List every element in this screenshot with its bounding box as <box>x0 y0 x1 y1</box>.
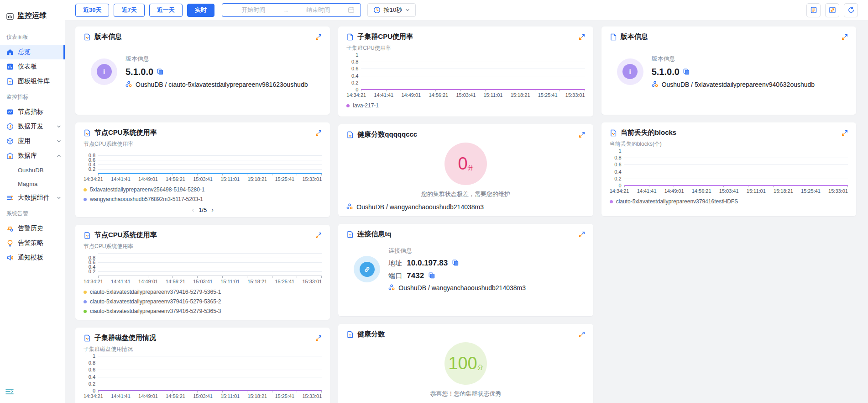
copy-icon[interactable] <box>157 69 164 76</box>
cluster-path: OushuDB / 5xlavatestdailyprepareenv94063… <box>662 81 815 88</box>
pager-next-icon[interactable]: › <box>211 206 214 213</box>
gridline <box>361 83 585 83</box>
expand-icon[interactable] <box>315 130 322 136</box>
calendar-icon <box>348 6 355 14</box>
toolbar: 近30天 近7天 近一天 实时 开始时间 → 结束时间 按10秒 <box>65 0 868 20</box>
chart-title: 节点CPU系统使用率 <box>84 140 322 148</box>
cluster-icon <box>652 81 659 88</box>
expand-icon[interactable] <box>842 130 848 136</box>
sidebar-item-alert-history[interactable]: 告警历史 <box>0 221 65 236</box>
x-axis-label: 15:25:41 <box>275 279 294 284</box>
gridline <box>98 151 322 151</box>
bulb-icon <box>6 239 14 247</box>
x-axis-label: 15:25:41 <box>538 92 558 98</box>
sidebar-item-oushudb[interactable]: OushuDB <box>0 163 65 177</box>
sidebar-item-magma[interactable]: Magma <box>0 177 65 191</box>
legend-item[interactable]: ciauto-5xlavatestdailyprepareenv379416-5… <box>84 289 322 295</box>
interval-dropdown[interactable]: 按10秒 <box>367 3 416 17</box>
link-icon <box>360 262 375 277</box>
y-axis-label: 1 <box>356 53 361 58</box>
x-axis-label: 15:33:01 <box>302 279 322 284</box>
health-score-unit: 分 <box>477 363 483 371</box>
interval-label: 按10秒 <box>384 6 402 14</box>
gridline <box>624 151 848 151</box>
pager-prev-icon[interactable]: ‹ <box>192 206 194 213</box>
main-area: 近30天 近7天 近一天 实时 开始时间 → 结束时间 按10秒 <box>65 0 868 403</box>
gridline <box>361 55 585 55</box>
sidebar-item-widget-library[interactable]: 面板组件库 <box>0 74 65 89</box>
sidebar-collapse-icon[interactable] <box>5 388 14 397</box>
chart-node-cpu-2: 节点CPU系统使用率0.80.60.40.214:34:2114:41:4114… <box>84 239 322 314</box>
date-range-picker[interactable]: 开始时间 → 结束时间 <box>222 3 361 17</box>
sidebar-item-node-metrics[interactable]: 节点指标 <box>0 105 65 119</box>
expand-icon[interactable] <box>579 231 585 238</box>
range-realtime-button[interactable]: 实时 <box>187 4 214 17</box>
legend-item[interactable]: ciauto-5xlavatestdailyprepareenv379416-5… <box>84 298 322 305</box>
chevron-down-icon <box>405 7 410 14</box>
address-value: 10.0.197.83 <box>407 259 448 268</box>
cluster-icon <box>388 284 396 292</box>
copy-icon[interactable] <box>429 272 436 280</box>
sidebar-item-database[interactable]: 数据库 <box>0 148 65 163</box>
fullscreen-icon[interactable] <box>825 3 839 17</box>
sidebar-item-overview[interactable]: 总览 <box>0 45 65 59</box>
legend-item[interactable]: 5xlavatestdailyprepareenv256498-5194-528… <box>84 186 322 193</box>
connection-label: 连接信息 <box>388 247 526 255</box>
sidebar-item-dashboards[interactable]: 仪表板 <box>0 59 65 74</box>
refresh-icon[interactable] <box>844 3 858 17</box>
chevron-down-icon <box>57 124 61 129</box>
range-1d-button[interactable]: 近一天 <box>149 4 183 17</box>
x-axis-label: 15:25:41 <box>275 176 294 182</box>
file-chart-icon <box>84 232 91 239</box>
x-axis-label: 15:18:21 <box>247 279 267 284</box>
sidebar-child-label: OushuDB <box>18 167 43 174</box>
expand-icon[interactable] <box>842 34 848 40</box>
column-1: 版本信息 i 版本信息 5.1.0.0 <box>75 27 330 403</box>
health-message: 恭喜您！您的集群状态优秀 <box>430 390 501 398</box>
sidebar-item-data-dev[interactable]: 数据开发 <box>0 119 65 134</box>
node-metrics-icon <box>6 108 14 116</box>
expand-icon[interactable] <box>315 232 322 239</box>
y-axis-label: 0.8 <box>614 155 624 160</box>
link-avatar <box>354 256 380 282</box>
x-axis-label: 14:49:01 <box>138 176 158 182</box>
plot-area: 0.80.60.40.2 <box>98 151 322 174</box>
x-axis-label: 15:03:41 <box>193 279 213 284</box>
copy-icon[interactable] <box>452 260 460 267</box>
copy-icon[interactable] <box>683 69 690 76</box>
range-7d-button[interactable]: 近7天 <box>114 4 144 17</box>
cluster-path: OushuDB / wangyanchaooushudb214038m3 <box>356 203 484 211</box>
file-chart-icon <box>84 33 91 41</box>
x-axis-label: 14:41:41 <box>637 188 657 194</box>
sidebar-item-bigdata-components[interactable]: 大数据组件 <box>0 191 65 205</box>
health-score-circle: 100 分 <box>444 342 487 385</box>
expand-icon[interactable] <box>315 34 322 40</box>
sidebar-item-applications[interactable]: 应用 <box>0 134 65 148</box>
expand-icon[interactable] <box>315 335 322 341</box>
expand-icon[interactable] <box>579 34 585 40</box>
legend-dot <box>84 198 87 201</box>
sidebar-item-notify-template[interactable]: 通知模板 <box>0 250 65 265</box>
legend-item[interactable]: ciauto-5xlavatestdailyprepareenv379416te… <box>610 198 848 205</box>
legend-item[interactable]: lava-217-1 <box>346 102 585 109</box>
expand-icon[interactable] <box>579 331 585 338</box>
x-axis-label: 15:25:41 <box>801 188 821 194</box>
sidebar-item-alert-policy[interactable]: 告警策略 <box>0 236 65 250</box>
app-logo: 监控运维 <box>0 0 65 29</box>
plot-area: 0.80.60.40.2 <box>98 253 322 276</box>
report-icon[interactable] <box>806 3 821 17</box>
range-arrow: → <box>283 7 289 14</box>
legend-item[interactable]: ciauto-5xlavatestdailyprepareenv379416-5… <box>84 308 322 314</box>
expand-icon[interactable] <box>579 132 585 138</box>
range-30d-button[interactable]: 近30天 <box>75 4 109 17</box>
dashboard-icon <box>6 63 14 70</box>
x-axis-label: 14:34:21 <box>610 188 629 194</box>
series-line <box>361 89 585 90</box>
app: 监控运维 仪表面板 总览 仪表板 面板组件库 监控指标 节点指标 <box>0 0 868 403</box>
chart-subcluster-cpu: 子集群CPU使用率10.80.60.40.2014:34:2114:41:411… <box>346 41 585 109</box>
legend-item[interactable]: wangyanchaooushudb576892m3-5117-5203-1 <box>84 196 322 202</box>
health-message: 您的集群状态极差，需要您的维护 <box>421 190 510 198</box>
legend-label: lava-217-1 <box>353 102 379 109</box>
axis-tick <box>321 276 322 278</box>
axis-tick <box>123 276 123 278</box>
